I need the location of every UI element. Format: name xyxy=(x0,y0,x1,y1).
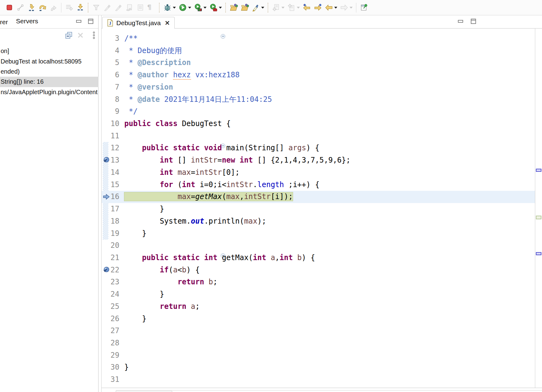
open-coverage-launch-button[interactable] xyxy=(239,2,250,13)
step-return-icon xyxy=(49,3,58,12)
debug-view-panel: rer Servers on]DebugTest at localhost:58… xyxy=(0,15,99,392)
code-line-31[interactable]: 31 xyxy=(102,374,535,386)
toggle-mark-occurrences-button[interactable] xyxy=(250,2,261,13)
code-line-20[interactable]: 20 xyxy=(102,240,535,252)
stack-frame-row[interactable]: ns/JavaAppletPlugin.plugin/Content xyxy=(0,87,99,97)
ruler-current-line-marker[interactable] xyxy=(536,216,541,219)
back-button[interactable] xyxy=(323,2,334,13)
terminate-button[interactable] xyxy=(4,2,15,13)
code-line-22[interactable]: 22 if(a<b) { xyxy=(102,264,535,276)
stack-frame-row-selected[interactable]: String[]) line: 16 xyxy=(0,77,99,87)
code-line-19[interactable]: 19 } xyxy=(102,228,535,240)
code-line-25[interactable]: 25 return a; xyxy=(102,301,535,313)
coverage-button[interactable] xyxy=(192,2,203,13)
pin-editor-button[interactable] xyxy=(358,2,370,13)
ruler-breakpoint-marker[interactable] xyxy=(536,169,541,172)
code-text[interactable]: return b; xyxy=(124,276,217,288)
code-line-26[interactable]: 26 } xyxy=(102,313,535,325)
code-line-4[interactable]: 4 * Debug的使用 xyxy=(102,45,535,57)
code-text[interactable]: /** xyxy=(124,33,137,45)
code-line-12[interactable]: 12− public static void main(String[] arg… xyxy=(102,142,535,154)
profile-dropdown-icon[interactable] xyxy=(219,7,222,9)
tab-explorer-clipped[interactable]: rer xyxy=(0,18,8,26)
code-line-5[interactable]: 5 * @Description xyxy=(102,57,535,69)
code-text[interactable]: * @Description xyxy=(124,57,191,69)
stack-frame-row[interactable]: ended) xyxy=(0,67,99,77)
code-line-11[interactable]: 11 xyxy=(102,130,535,142)
code-text[interactable]: return a; xyxy=(124,301,200,313)
code-line-24[interactable]: 24 } xyxy=(102,288,535,301)
minimize-view-button[interactable] xyxy=(75,18,83,25)
code-line-6[interactable]: 6 * @author hexz vx:hexz188 xyxy=(102,69,535,81)
code-text[interactable]: } xyxy=(124,228,146,240)
code-text[interactable]: System.out.println(max); xyxy=(124,215,266,228)
view-menu-button[interactable] xyxy=(90,31,98,40)
tab-servers[interactable]: Servers xyxy=(14,17,38,25)
open-debug-launch-button[interactable] xyxy=(228,2,239,13)
code-line-14[interactable]: 14 int max=intStr[0]; xyxy=(102,167,535,179)
code-line-27[interactable]: 27 xyxy=(102,325,535,337)
code-line-21[interactable]: 21− public static int getMax(int a,int b… xyxy=(102,252,535,264)
line-number: 9 xyxy=(106,106,119,118)
run-button[interactable] xyxy=(177,2,188,13)
code-text[interactable]: } xyxy=(124,288,164,301)
code-text[interactable]: * @version xyxy=(124,81,173,94)
code-line-18[interactable]: 18 System.out.println(max); xyxy=(102,215,535,228)
minimize-editor-button[interactable] xyxy=(457,18,464,25)
fold-collapse-icon[interactable]: − xyxy=(221,34,225,39)
ruler-breakpoint-marker[interactable] xyxy=(536,252,541,255)
run-dropdown-icon[interactable] xyxy=(188,7,191,9)
code-text[interactable]: */ xyxy=(124,106,137,118)
code-text[interactable]: public static int getMax(int a,int b) { xyxy=(124,252,315,264)
code-text[interactable]: } xyxy=(124,361,129,374)
code-line-3[interactable]: 3−/** xyxy=(102,33,535,45)
step-into-button[interactable] xyxy=(26,2,37,13)
code-text[interactable]: int max=intStr[0]; xyxy=(124,167,240,179)
code-text[interactable]: public class DebugTest { xyxy=(124,118,231,130)
collapse-all-button[interactable] xyxy=(64,31,73,40)
code-text[interactable]: for (int i=0;i<intStr.length ;i++) { xyxy=(124,179,319,191)
drop-to-frame-button[interactable] xyxy=(75,2,86,13)
code-line-16[interactable]: 16 max=getMax(max,intStr[i]); xyxy=(102,191,535,203)
code-editor[interactable]: 3−/**4 * Debug的使用5 * @Description6 * @au… xyxy=(102,29,535,388)
code-line-10[interactable]: 10public class DebugTest { xyxy=(102,118,535,130)
stack-frame-row[interactable]: on] xyxy=(0,46,99,56)
code-line-29[interactable]: 29 xyxy=(102,349,535,362)
paintbrush-icon xyxy=(114,3,122,12)
code-text[interactable]: * @author hexz vx:hexz188 xyxy=(124,69,240,81)
code-text[interactable]: } xyxy=(124,313,146,325)
maximize-view-button[interactable] xyxy=(87,18,95,25)
maximize-editor-button[interactable] xyxy=(470,18,477,25)
line-number: 18 xyxy=(106,215,119,228)
code-text[interactable]: * Debug的使用 xyxy=(124,45,182,57)
code-line-9[interactable]: 9 */ xyxy=(102,106,535,118)
debug-dropdown-icon[interactable] xyxy=(173,7,176,9)
code-line-28[interactable]: 28 xyxy=(102,337,535,349)
bottom-panel-tab[interactable] xyxy=(116,390,172,392)
code-line-23[interactable]: 23 return b; xyxy=(102,276,535,288)
code-line-15[interactable]: 15 for (int i=0;i<intStr.length ;i++) { xyxy=(102,179,535,191)
debug-button[interactable] xyxy=(162,2,173,13)
code-line-8[interactable]: 8 * @date 2021年11月14日上午11:04:25 xyxy=(102,94,535,106)
code-text[interactable]: } xyxy=(124,203,164,215)
next-edit-location-button[interactable]: ✱ xyxy=(312,2,323,13)
back-dropdown-icon[interactable] xyxy=(334,7,337,9)
stack-frame-row[interactable]: DebugTest at localhost:58095 xyxy=(0,56,99,66)
step-over-button[interactable] xyxy=(37,2,48,13)
code-line-13[interactable]: 13 int [] intStr=new int [] {2,1,4,3,7,5… xyxy=(102,154,535,167)
code-line-30[interactable]: 30} xyxy=(102,361,535,374)
last-edit-location-button[interactable]: ✱ xyxy=(301,2,312,13)
profile-button[interactable] xyxy=(208,2,219,13)
code-text[interactable]: if(a<b) { xyxy=(124,264,200,276)
tab-debugtest-java[interactable]: J DebugTest.java ✕ xyxy=(102,17,175,29)
code-text[interactable]: * @date 2021年11月14日上午11:04:25 xyxy=(124,94,272,106)
code-line-17[interactable]: 17 } xyxy=(102,203,535,215)
code-line-7[interactable]: 7 * @version xyxy=(102,81,535,94)
close-icon[interactable]: ✕ xyxy=(165,19,170,27)
bug-icon xyxy=(163,3,172,12)
code-text[interactable]: int [] intStr=new int [] {2,1,4,3,7,5,9,… xyxy=(124,154,350,167)
code-text[interactable]: public static void main(String[] args) { xyxy=(124,142,319,154)
toggle-mark-occurrences-dropdown-icon[interactable] xyxy=(261,7,264,9)
code-text[interactable]: max=getMax(max,intStr[i]); xyxy=(124,191,293,203)
coverage-dropdown-icon[interactable] xyxy=(203,7,207,9)
